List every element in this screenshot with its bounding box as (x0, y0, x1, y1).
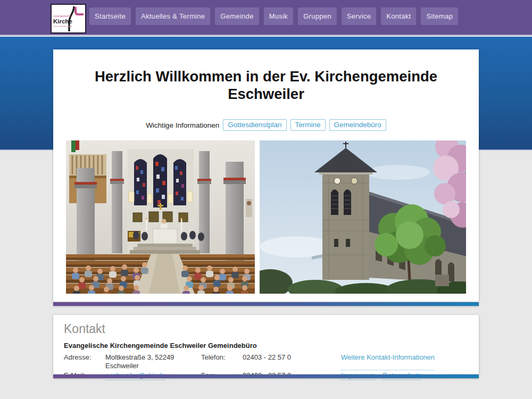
nav-item-gruppen[interactable]: Gruppen (298, 7, 337, 25)
header-bar: evangelische Kirche ESCHWEILER Startseit… (0, 0, 532, 36)
cross-logo-icon: evangelische Kirche ESCHWEILER (52, 5, 85, 32)
address-label: Adresse: (64, 353, 105, 370)
svg-text:Kirche: Kirche (53, 18, 72, 24)
divider-gradient-bar (53, 302, 479, 306)
footer-contact-card: Kontakt Evangelische Kirchengemeinde Esc… (53, 315, 479, 374)
nav-item-musik[interactable]: Musik (264, 7, 293, 25)
main-content-card: Herzlich Willkommen in der Ev. Kirchenge… (53, 49, 479, 302)
footer-gradient-bar (53, 375, 479, 378)
svg-text:evangelische: evangelische (54, 14, 71, 18)
church-logo[interactable]: evangelische Kirche ESCHWEILER (51, 4, 86, 34)
weitere-kontakt-informationen-link[interactable]: Weitere Kontakt-Informationen (341, 353, 435, 370)
page-title: Herzlich Willkommen in der Ev. Kirchenge… (74, 68, 458, 103)
nav-item-startseite[interactable]: Startseite (89, 7, 131, 25)
gemeindebuero-button[interactable]: Gemeindebüro (329, 119, 386, 131)
footer-heading: Kontakt (64, 322, 468, 336)
nav-item-aktuelles-termine[interactable]: Aktuelles & Termine (136, 7, 210, 25)
nav-item-service[interactable]: Service (342, 7, 376, 25)
svg-text:ESCHWEILER: ESCHWEILER (54, 25, 72, 28)
phone-value: 02403 - 22 57 0 (243, 353, 341, 370)
important-info-label: Wichtige Informationen (146, 121, 219, 129)
address-value: Moltkestraße 3, 52249 Eschweiler (105, 353, 201, 370)
church-exterior-photo (260, 140, 466, 294)
church-interior-photo (66, 140, 255, 294)
phone-label: Telefon: (201, 353, 243, 370)
gottesdienstplan-button[interactable]: Gottesdienstplan (223, 119, 286, 131)
main-navigation: Startseite Aktuelles & Termine Gemeinde … (89, 7, 458, 25)
termine-button[interactable]: Termine (290, 119, 326, 131)
nav-item-sitemap[interactable]: Sitemap (421, 7, 458, 25)
nav-item-kontakt[interactable]: Kontakt (381, 7, 416, 25)
nav-item-gemeinde[interactable]: Gemeinde (215, 7, 259, 25)
photo-row (53, 140, 479, 294)
organization-name: Evangelische Kirchengemeinde Eschweiler … (64, 342, 468, 350)
important-info-row: Wichtige Informationen Gottesdienstplan … (53, 119, 479, 131)
